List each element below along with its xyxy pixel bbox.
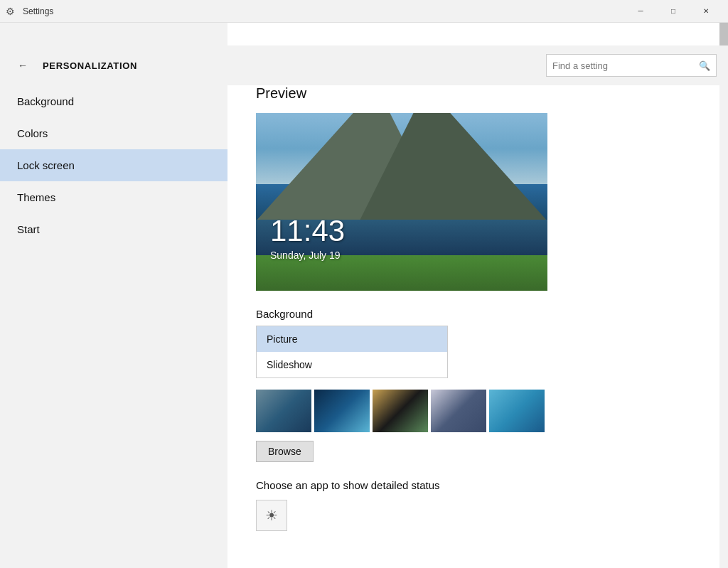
- app-title: PERSONALIZATION: [43, 60, 137, 71]
- thumbnail-3[interactable]: [373, 390, 428, 432]
- thumbnails-row: [256, 390, 700, 432]
- header-bar: ← PERSONALIZATION 🔍: [0, 45, 728, 85]
- main-content: Preview 11:43 Sunday, July 19 Background…: [228, 23, 728, 568]
- app-body: ← PERSONALIZATION 🔍 Background Colors Lo…: [0, 23, 728, 568]
- thumbnail-2[interactable]: [314, 390, 370, 432]
- titlebar: ⚙ Settings ─ □ ✕: [0, 0, 728, 23]
- titlebar-title: Settings: [23, 6, 624, 16]
- dropdown-option-picture[interactable]: Picture: [257, 326, 447, 352]
- sidebar-item-themes[interactable]: Themes: [0, 181, 228, 213]
- background-dropdown[interactable]: Picture Slideshow: [256, 326, 448, 378]
- preview-image: 11:43 Sunday, July 19: [256, 113, 547, 291]
- search-icon: 🔍: [699, 60, 710, 71]
- sidebar-item-lock-screen[interactable]: Lock screen: [0, 149, 228, 181]
- back-button[interactable]: ←: [11, 54, 34, 77]
- sidebar: Background Colors Lock screen Themes Sta…: [0, 23, 228, 568]
- browse-button[interactable]: Browse: [256, 441, 314, 462]
- app-status-label: Choose an app to show detailed status: [256, 479, 700, 491]
- preview-title: Preview: [256, 85, 700, 102]
- thumbnail-4[interactable]: [431, 390, 486, 432]
- mountain-right: [355, 113, 547, 229]
- maximize-button[interactable]: □: [657, 0, 690, 23]
- dropdown-option-slideshow[interactable]: Slideshow: [257, 352, 447, 377]
- thumbnail-5[interactable]: [489, 390, 545, 432]
- minimize-button[interactable]: ─: [624, 0, 657, 23]
- search-box: 🔍: [546, 54, 717, 77]
- search-input[interactable]: [552, 60, 699, 71]
- settings-icon: ⚙: [6, 6, 17, 17]
- window-controls: ─ □ ✕: [624, 0, 722, 23]
- sidebar-item-background[interactable]: Background: [0, 85, 228, 117]
- thumbnail-1[interactable]: [256, 390, 311, 432]
- preview-date: Sunday, July 19: [270, 250, 341, 261]
- background-label: Background: [256, 308, 700, 320]
- mountain-scene: [256, 113, 547, 291]
- sidebar-item-start[interactable]: Start: [0, 213, 228, 245]
- sidebar-item-colors[interactable]: Colors: [0, 117, 228, 149]
- scrollbar-track: [719, 23, 728, 568]
- app-status-icon-button[interactable]: ☀: [256, 500, 287, 531]
- close-button[interactable]: ✕: [690, 0, 722, 23]
- preview-time: 11:43: [270, 214, 345, 248]
